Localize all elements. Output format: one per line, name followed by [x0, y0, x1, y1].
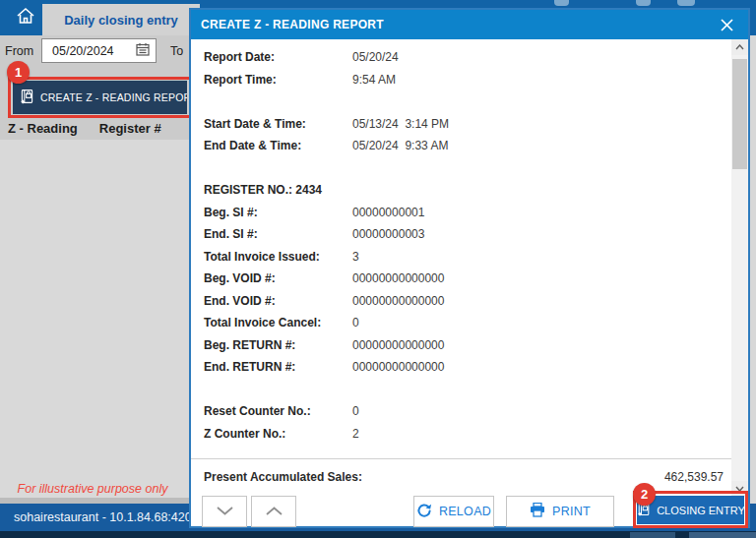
report-field-label: Beg. SI #:: [204, 202, 352, 224]
report-field-label: Start Date & Time:: [204, 113, 352, 136]
chevron-up-icon: [266, 505, 283, 518]
accumulated-sales-label: Present Accumulated Sales:: [204, 466, 362, 488]
report-field-value: 00000000000000: [352, 294, 444, 308]
reload-label: RELOAD: [439, 505, 491, 518]
report-field-value: 05/20/24 9:33 AM: [352, 139, 448, 152]
column-header-z-reading: Z - Reading: [8, 121, 78, 136]
report-add-icon: [19, 88, 35, 107]
chevron-down-icon: [217, 505, 233, 518]
taskbar-segment: [689, 532, 756, 538]
report-row: End. RETURN #:00000000000000: [204, 356, 731, 379]
report-field-label: Beg. VOID #:: [204, 268, 352, 290]
report-field-value: 00000000000000: [352, 338, 444, 352]
report-field-value: 3: [352, 250, 359, 264]
page-down-button[interactable]: [202, 496, 247, 527]
report-row: Total Invoice Cancel:0: [204, 312, 731, 334]
report-row: Report Date:05/20/24: [204, 46, 731, 69]
report-field-label: End Date & Time:: [204, 135, 352, 157]
report-field-value: 00000000000000: [352, 271, 444, 285]
left-panel: From 05/20/2024 To: [0, 35, 189, 504]
print-label: PRINT: [552, 505, 591, 518]
report-row: Beg. SI #:00000000001: [204, 202, 731, 224]
report-field-label: Reset Counter No.:: [204, 400, 352, 423]
report-row: Total Invoice Issued:3: [204, 246, 731, 269]
report-heading-text: REGISTER NO.: 2434: [204, 183, 322, 197]
list-column-headers: Z - Reading Register #: [8, 121, 161, 136]
from-date-input[interactable]: 05/20/2024: [41, 38, 157, 63]
home-icon: [15, 6, 36, 30]
dialog-header: CREATE Z - READING REPORT: [191, 10, 748, 39]
report-row-spacer: [204, 90, 731, 113]
report-row: Report Time:9:54 AM: [204, 69, 731, 91]
page-up-button[interactable]: [251, 496, 296, 527]
report-field-label: Report Date:: [204, 46, 352, 69]
report-row: Start Date & Time:05/13/24 3:14 PM: [204, 113, 731, 136]
report-row-spacer: [204, 379, 731, 401]
report-row-spacer: [204, 157, 731, 180]
background-toolbar-icon: [636, 0, 651, 6]
report-field-value: 00000000003: [352, 227, 424, 241]
report-row: End. VOID #:00000000000000: [204, 290, 731, 313]
report-row-heading: REGISTER NO.: 2434: [204, 179, 731, 202]
report-field-label: Z Counter No.:: [204, 423, 352, 446]
reload-icon: [416, 503, 432, 521]
home-button[interactable]: [8, 4, 43, 31]
from-date-value: 05/20/2024: [52, 44, 136, 58]
closing-entry-label: CLOSING ENTRY: [657, 505, 745, 516]
report-field-label: End. SI #:: [204, 223, 352, 246]
report-field-value: 0: [352, 404, 359, 418]
print-button[interactable]: PRINT: [506, 496, 614, 527]
column-header-register: Register #: [99, 121, 161, 136]
calendar-icon[interactable]: [136, 42, 150, 59]
reload-button[interactable]: RELOAD: [413, 496, 494, 527]
report-field-label: Total Invoice Issued:: [204, 246, 352, 269]
report-row: End Date & Time:05/20/24 9:33 AM: [204, 135, 731, 157]
print-icon: [530, 503, 545, 520]
report-field-value: 0: [352, 316, 359, 329]
z-reading-list-area[interactable]: [0, 140, 189, 498]
scroll-up-button[interactable]: [731, 39, 748, 55]
from-label: From: [5, 44, 33, 58]
report-row: Beg. VOID #:00000000000000: [204, 268, 731, 290]
report-field-label: End. VOID #:: [204, 290, 352, 313]
create-z-reading-report-label: CREATE Z - READING REPORT: [40, 91, 187, 103]
report-row: End. SI #:00000000003: [204, 223, 731, 246]
watermark-text: For illustrative purpose only: [0, 482, 185, 496]
report-rows: Report Date:05/20/24Report Time:9:54 AMS…: [191, 39, 731, 445]
report-field-value: 05/20/24: [352, 50, 399, 64]
step-badge-2: 2: [633, 483, 656, 506]
create-z-reading-report-dialog: CREATE Z - READING REPORT Report Date:05…: [189, 8, 750, 528]
taskbar-segment: [630, 532, 675, 538]
report-field-label: End. RETURN #:: [204, 356, 352, 379]
app-screen: Daily closing entry From 05/20/2024 To: [0, 0, 756, 538]
dialog-title: CREATE Z - READING REPORT: [201, 18, 384, 31]
scrollbar[interactable]: [731, 39, 748, 497]
footer-divider: [191, 458, 731, 459]
tab-label: Daily closing entry: [64, 13, 178, 28]
report-field-value: 00000000000000: [352, 360, 444, 374]
report-row: Reset Counter No.:0: [204, 400, 731, 423]
create-z-reading-report-button[interactable]: CREATE Z - READING REPORT: [13, 81, 187, 114]
report-row: Z Counter No.:2: [204, 423, 731, 446]
tab-daily-closing-entry[interactable]: Daily closing entry: [42, 4, 200, 35]
close-icon[interactable]: [715, 14, 738, 35]
accumulated-sales-value: 462,539.57: [664, 466, 724, 488]
background-toolbar-icon: [554, 0, 569, 6]
background-toolbar-icon: [677, 0, 695, 6]
scrollbar-thumb[interactable]: [732, 59, 747, 169]
report-field-value: 00000000001: [352, 206, 424, 219]
report-field-value: 05/13/24 3:14 PM: [352, 117, 449, 131]
step-badge-1: 1: [7, 61, 30, 84]
report-field-label: Report Time:: [204, 69, 352, 91]
report-field-value: 9:54 AM: [352, 73, 396, 87]
report-field-label: Beg. RETURN #:: [204, 334, 352, 357]
report-row: Beg. RETURN #:00000000000000: [204, 334, 731, 357]
report-field-value: 2: [352, 427, 359, 441]
to-label: To: [170, 44, 183, 58]
report-field-label: Total Invoice Cancel:: [204, 312, 352, 334]
